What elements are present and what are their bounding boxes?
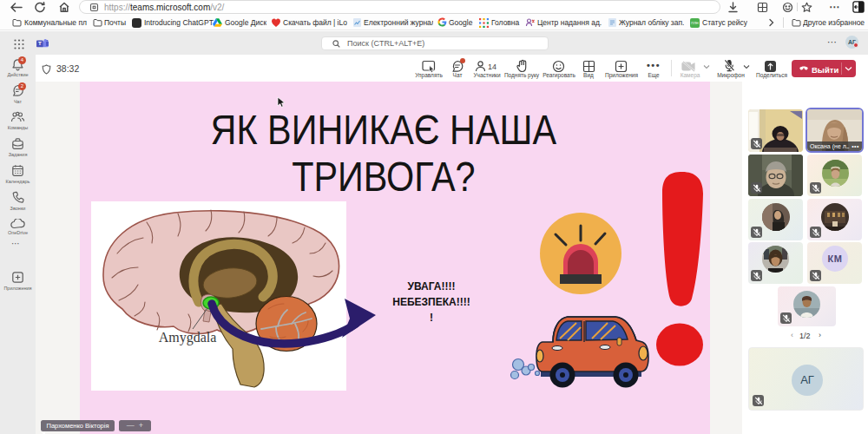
svg-text:T: T <box>38 40 42 46</box>
